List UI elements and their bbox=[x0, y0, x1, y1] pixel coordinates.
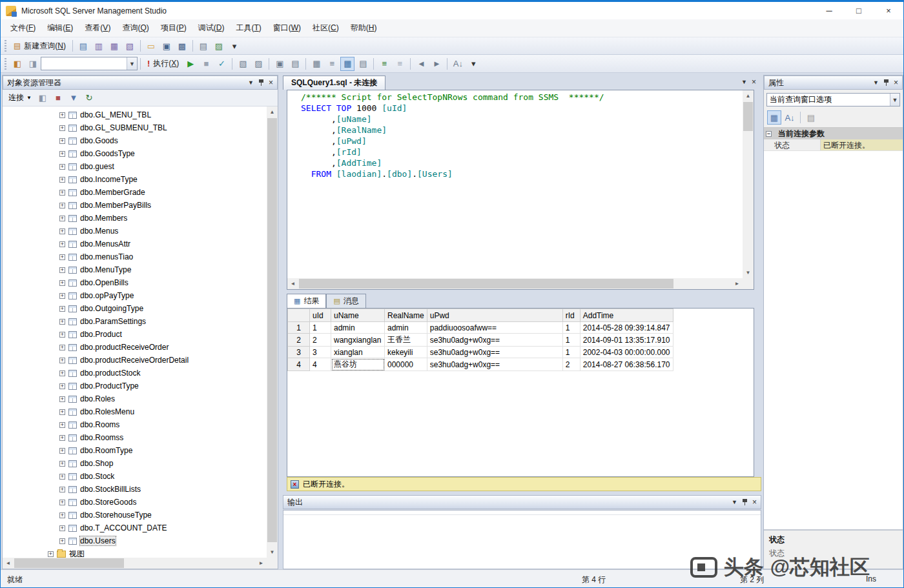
stop-icon[interactable]: ■ bbox=[51, 91, 65, 105]
refresh-icon[interactable]: ↻ bbox=[82, 91, 96, 105]
expand-icon[interactable]: + bbox=[59, 332, 65, 338]
table-cell[interactable]: 2002-04-03 00:00:00.000 bbox=[580, 347, 673, 358]
tree-item[interactable]: +dbo.guest bbox=[3, 160, 267, 173]
tree-item[interactable]: +dbo.productReceiveOrder bbox=[3, 341, 267, 354]
expand-icon[interactable]: + bbox=[59, 409, 65, 415]
filter-icon[interactable]: ▼ bbox=[67, 91, 81, 105]
execute-button[interactable]: ! 执行(X) bbox=[143, 57, 183, 71]
table-cell[interactable]: 000000 bbox=[385, 358, 427, 371]
expand-icon[interactable]: + bbox=[59, 190, 65, 196]
chevron-down-icon[interactable]: ▼ bbox=[127, 57, 137, 70]
toolbar-overflow-icon[interactable]: ▾ bbox=[466, 57, 480, 71]
tree-item[interactable]: +dbo.Product bbox=[3, 328, 267, 341]
tree-item[interactable]: +dbo.opPayType bbox=[3, 289, 267, 302]
decrease-indent-icon[interactable]: ◄ bbox=[414, 57, 428, 71]
tree-item[interactable]: +dbo.IncomeType bbox=[3, 173, 267, 186]
debug-icon[interactable]: ▶ bbox=[183, 57, 198, 71]
expand-icon[interactable]: + bbox=[59, 396, 65, 402]
expand-icon[interactable]: + bbox=[59, 448, 65, 454]
tree-horizontal-scrollbar[interactable]: ◄ ► bbox=[3, 558, 267, 569]
toolbar-overflow-icon[interactable]: ▾ bbox=[227, 39, 241, 53]
toolbar-grip[interactable] bbox=[5, 40, 6, 52]
table-cell[interactable]: 2014-05-28 09:39:14.847 bbox=[580, 322, 673, 334]
expand-icon[interactable]: + bbox=[59, 538, 65, 544]
row-header[interactable]: 2 bbox=[288, 334, 310, 347]
expand-icon[interactable]: + bbox=[59, 461, 65, 467]
tree-item[interactable]: +dbo.StoreGoods bbox=[3, 496, 267, 509]
include-actual-plan-icon[interactable]: ▦ bbox=[309, 57, 324, 71]
connect-icon[interactable]: ◧ bbox=[10, 57, 25, 71]
row-header[interactable]: 4 bbox=[288, 358, 310, 371]
expand-icon[interactable]: + bbox=[59, 216, 65, 221]
column-header[interactable]: AddTime bbox=[580, 309, 673, 322]
tree-item[interactable]: +dbo.GoodsType bbox=[3, 147, 267, 160]
scrollbar-thumb[interactable] bbox=[743, 102, 753, 131]
table-cell[interactable]: 2014-09-01 13:35:17.910 bbox=[580, 334, 673, 347]
table-cell[interactable]: se3hu0adg+w0xg== bbox=[427, 347, 562, 358]
expand-icon[interactable]: + bbox=[59, 164, 65, 170]
scroll-down-icon[interactable]: ▼ bbox=[267, 547, 278, 558]
table-cell[interactable]: 3 bbox=[310, 347, 331, 358]
menu-edit[interactable]: 编辑(E) bbox=[41, 20, 79, 36]
analysis-dmx-query-icon[interactable]: ▦ bbox=[107, 39, 121, 53]
intellisense-icon[interactable]: ▣ bbox=[272, 57, 287, 71]
expand-icon[interactable]: + bbox=[59, 203, 65, 208]
chevron-down-icon[interactable]: ▼ bbox=[890, 94, 899, 106]
tree-item[interactable]: +dbo.MemberGrade bbox=[3, 186, 267, 199]
tree-item[interactable]: +dbo.productReceiveOrderDetail bbox=[3, 354, 267, 367]
close-button[interactable]: × bbox=[874, 2, 903, 19]
table-cell[interactable]: 燕谷坊 bbox=[331, 358, 385, 371]
connect-button[interactable]: 连接 ▼ bbox=[5, 91, 35, 105]
scroll-right-icon[interactable]: ► bbox=[256, 558, 267, 569]
show-estimated-plan-icon[interactable]: ▧ bbox=[236, 57, 250, 71]
tree-item[interactable]: +dbo.Shop bbox=[3, 457, 267, 470]
scroll-up-icon[interactable]: ▲ bbox=[743, 90, 754, 101]
tree-item[interactable]: +dbo.productStock bbox=[3, 367, 267, 380]
minimize-button[interactable]: ─ bbox=[814, 2, 844, 19]
database-engine-query-icon[interactable]: ▤ bbox=[76, 39, 90, 53]
maximize-button[interactable]: □ bbox=[844, 2, 874, 19]
menu-tools[interactable]: 工具(T) bbox=[230, 20, 267, 36]
expand-icon[interactable]: + bbox=[59, 306, 65, 312]
window-position-chevron-icon[interactable]: ▼ bbox=[248, 79, 254, 86]
editor-vertical-scrollbar[interactable]: ▲ ▼ bbox=[743, 90, 754, 278]
pin-icon[interactable] bbox=[883, 79, 889, 86]
tree-vertical-scrollbar[interactable]: ▲ ▼ bbox=[267, 106, 278, 558]
property-row[interactable]: 状态 已断开连接。 bbox=[764, 139, 903, 151]
table-cell[interactable]: wangxianglan bbox=[331, 334, 385, 347]
expand-icon[interactable]: + bbox=[59, 500, 65, 505]
expand-icon[interactable]: + bbox=[59, 474, 65, 480]
alphabetical-icon[interactable]: A↓ bbox=[783, 110, 797, 125]
table-cell[interactable]: se3hu0adg+w0xg== bbox=[427, 334, 562, 347]
tab-messages[interactable]: ▤ 消息 bbox=[326, 294, 365, 308]
property-pages-icon[interactable]: ▤ bbox=[804, 110, 818, 125]
expand-icon[interactable]: + bbox=[59, 151, 65, 157]
tree-item[interactable]: +dbo.ProductType bbox=[3, 380, 267, 392]
table-cell[interactable]: se3hu0adg+w0xg== bbox=[427, 358, 562, 371]
expand-icon[interactable]: + bbox=[59, 358, 65, 363]
change-connection-icon[interactable]: ◨ bbox=[26, 57, 40, 71]
expand-icon[interactable]: + bbox=[59, 422, 65, 428]
tree-item[interactable]: +dbo.RolesMenu bbox=[3, 405, 267, 418]
tree-item[interactable]: +dbo.menusTiao bbox=[3, 250, 267, 263]
column-header[interactable]: RealName bbox=[385, 309, 427, 322]
table-cell[interactable]: 2 bbox=[310, 334, 331, 347]
expand-icon[interactable]: + bbox=[59, 228, 65, 234]
window-position-chevron-icon[interactable]: ▼ bbox=[732, 499, 737, 505]
tree-item[interactable]: +dbo.OpenBills bbox=[3, 276, 267, 289]
expand-icon[interactable]: + bbox=[59, 319, 65, 325]
column-header[interactable]: uId bbox=[310, 309, 331, 322]
tree-item[interactable]: +dbo.Goods bbox=[3, 134, 267, 147]
properties-section-row[interactable]: − 当前连接参数 bbox=[764, 128, 903, 139]
parse-icon[interactable]: ✓ bbox=[214, 57, 229, 71]
expand-icon[interactable]: + bbox=[48, 551, 54, 557]
results-to-grid-icon[interactable]: ▦ bbox=[340, 57, 354, 71]
activity-monitor-icon[interactable]: ▨ bbox=[212, 39, 226, 53]
table-cell[interactable]: 1 bbox=[310, 322, 331, 334]
table-cell[interactable]: 1 bbox=[562, 347, 580, 358]
scrollbar-thumb[interactable] bbox=[267, 118, 277, 542]
expand-icon[interactable]: + bbox=[59, 280, 65, 286]
tree-item[interactable]: +dbo.MenusAttr bbox=[3, 238, 267, 250]
new-query-button[interactable]: ▤ 新建查询(N) bbox=[10, 39, 70, 53]
increase-indent-icon[interactable]: ► bbox=[429, 57, 444, 71]
